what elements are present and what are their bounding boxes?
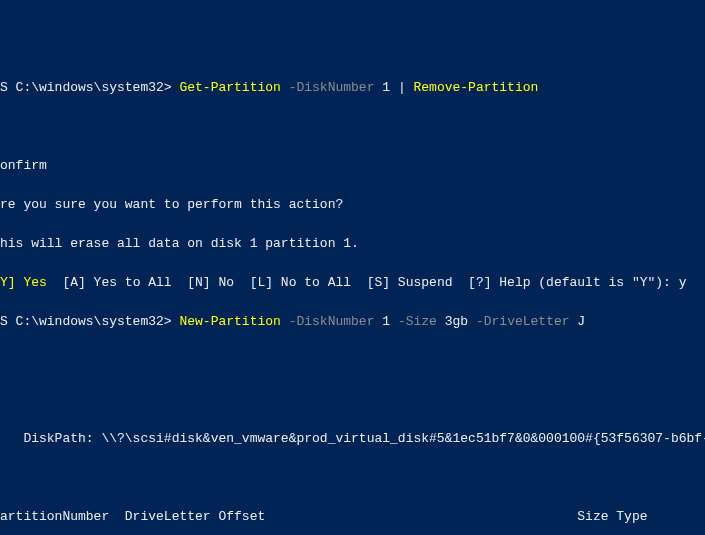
arg: 1 (374, 314, 397, 329)
param: -DiskNumber (281, 80, 375, 95)
arg: J (570, 314, 586, 329)
confirm-text: his will erase all data on disk 1 partit… (0, 234, 705, 254)
arg: 1 | (374, 80, 413, 95)
options-text: [A] Yes to All [N] No [L] No to All [S] … (47, 275, 687, 290)
confirm-text: onfirm (0, 156, 705, 176)
option-yes: Y] Yes (0, 275, 47, 290)
terminal-line: S C:\windows\system32> New-Partition -Di… (0, 312, 705, 332)
param: -DriveLetter (476, 314, 570, 329)
param: -Size (398, 314, 437, 329)
cmdlet: Get-Partition (179, 80, 280, 95)
confirm-text: re you sure you want to perform this act… (0, 195, 705, 215)
param: -DiskNumber (281, 314, 375, 329)
cmdlet: New-Partition (179, 314, 280, 329)
terminal-line: Y] Yes [A] Yes to All [N] No [L] No to A… (0, 273, 705, 293)
table-header: artitionNumber DriveLetter Offset Size T… (0, 507, 705, 527)
prompt: S C:\windows\system32> (0, 314, 179, 329)
prompt: S C:\windows\system32> (0, 80, 179, 95)
diskpath-output: DiskPath: \\?\scsi#disk&ven_vmware&prod_… (0, 429, 705, 449)
arg: 3gb (437, 314, 476, 329)
cmdlet: Remove-Partition (414, 80, 539, 95)
terminal-line: S C:\windows\system32> Get-Partition -Di… (0, 78, 705, 98)
